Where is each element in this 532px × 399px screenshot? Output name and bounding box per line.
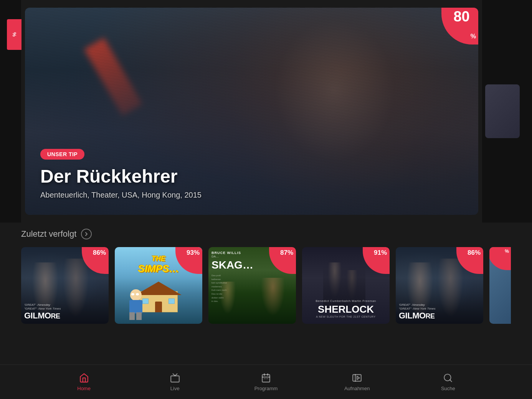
hero-side-left: % [0, 0, 21, 223]
side-left-percent: % [12, 32, 17, 37]
card-simpsons[interactable]: 93% THE SIMPS… [115, 247, 202, 324]
gilmore2-quote-1: 'GREAT' -Newsday [399, 303, 480, 307]
hero-side-right [482, 0, 532, 223]
card-score-2: 93% [175, 247, 202, 274]
hero-score-value: 80 [453, 9, 469, 24]
card-gilmore-1[interactable]: 86% 'GREAT' -Newsday "GREAT" -New York T… [21, 247, 109, 324]
nav-item-aufnahmen[interactable]: Aufnahmen [342, 373, 372, 391]
programm-icon [261, 373, 271, 383]
nav-label-suche: Suche [441, 386, 455, 391]
home-icon [79, 373, 89, 383]
bruce-actor-name: BRUCE WILLIS [211, 251, 293, 255]
hero-light-effect [84, 38, 142, 115]
svg-rect-1 [262, 374, 270, 382]
live-icon [170, 373, 180, 383]
hero-main-card[interactable]: 80 % UNSER TIP Der Rückkehrer Abenteuerl… [25, 8, 478, 215]
nav-item-suche[interactable]: Suche [433, 373, 463, 391]
gilmore-quote-1: 'GREAT' -Newsday [24, 303, 106, 307]
nav-label-aufnahmen: Aufnahmen [344, 386, 370, 391]
bruce-header: BRUCE WILLIS DA… SKAG… [211, 251, 293, 270]
card-partial-right: % [489, 247, 511, 324]
card-sherlock[interactable]: 91% Benedict Cumberbatch Martin Freeman … [302, 247, 390, 324]
simpsons-logo-text: THE [138, 255, 179, 263]
side-left-badge: % [7, 19, 21, 50]
nav-label-programm: Programm [254, 386, 278, 391]
suche-icon [443, 373, 453, 383]
svg-marker-10 [357, 376, 360, 380]
hero-title: Der Rückkehrer [40, 166, 463, 187]
card-gilmore2-text: 'GREAT' -Newsday "GREAT" -New York Times… [399, 303, 480, 320]
sherlock-subtitle: A NEW SLEUTH FOR THE 21ST CENTURY [305, 315, 387, 318]
nav-label-home: Home [77, 386, 91, 391]
simpsons-logo: THE SIMPS… [138, 255, 179, 275]
card-bruce[interactable]: 87% BRUCE WILLIS DA… SKAG… Das profi kel… [208, 247, 296, 324]
sherlock-actors: Benedict Cumberbatch Martin Freeman [305, 299, 387, 303]
nav-item-live[interactable]: Live [160, 373, 190, 391]
hero-section: % 80 % UNSER TIP Der Rückkehrer Abenteue… [0, 0, 532, 223]
bruce-title: SKAG… [211, 260, 293, 270]
nav-label-live: Live [170, 386, 180, 391]
sherlock-title: SHERLOCK [305, 304, 387, 314]
svg-line-12 [450, 380, 452, 382]
hero-next-card[interactable] [485, 84, 520, 138]
svg-rect-0 [171, 376, 179, 382]
sherlock-text: Benedict Cumberbatch Martin Freeman SHER… [305, 299, 387, 318]
gilmore-quote-2: "GREAT" -New York Times [24, 307, 106, 310]
cards-row: 86% 'GREAT' -Newsday "GREAT" -New York T… [21, 247, 511, 324]
card-gilmore-2[interactable]: 86% 'GREAT' -Newsday "GREAT" -New York T… [396, 247, 483, 324]
bruce-costar: DA… [211, 255, 293, 258]
gilmore2-quote-2: "GREAT" -New York Times [399, 307, 480, 310]
card-score-text-2: 93% [187, 249, 200, 257]
bottom-navigation: Home Live Programm [0, 364, 532, 399]
recently-watched-section: Zuletzt verfolgt 86% 'GREAT' -Newsday "G… [0, 229, 532, 324]
gilmore-title: GILMORE [24, 312, 106, 320]
section-header: Zuletzt verfolgt [21, 229, 511, 239]
hero-tip-badge: UNSER TIP [40, 149, 84, 160]
card-score-text-4: 91% [374, 249, 387, 257]
section-arrow-button[interactable] [81, 229, 92, 239]
nav-item-programm[interactable]: Programm [251, 373, 281, 391]
partial-card-score-text: % [505, 249, 509, 254]
hero-score-percent: % [471, 33, 476, 40]
gilmore2-title: GILMORE [399, 312, 480, 320]
hero-next-card-bg [485, 84, 520, 138]
hero-content: UNSER TIP Der Rückkehrer Abenteuerlich, … [40, 149, 463, 200]
section-title: Zuletzt verfolgt [21, 229, 76, 239]
aufnahmen-icon [352, 373, 362, 383]
simpsons-name: SIMPS… [138, 263, 179, 275]
hero-subtitle: Abenteuerlich, Theater, USA, Hong Kong, … [40, 191, 463, 200]
nav-item-home[interactable]: Home [69, 373, 99, 391]
card-gilmore-text: 'GREAT' -Newsday "GREAT" -New York Times… [24, 303, 106, 320]
